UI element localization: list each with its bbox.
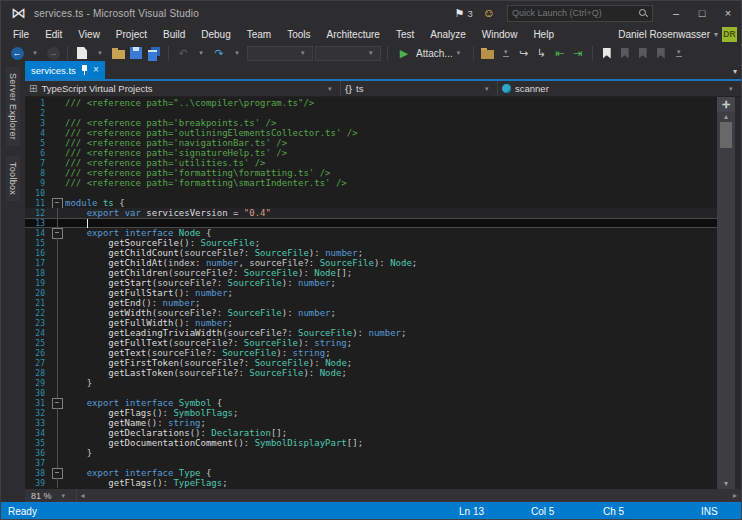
vertical-scrollbar-thumb[interactable]: [720, 122, 732, 148]
vertical-scrollbar[interactable]: ✛ ▴ ▾: [717, 97, 735, 489]
code-line[interactable]: 33 getName(): string;: [25, 418, 717, 428]
menu-item-team[interactable]: Team: [239, 29, 279, 40]
fold-collapse-icon[interactable]: [49, 398, 65, 408]
code-line[interactable]: 21 getEnd(): number;: [25, 298, 717, 308]
menu-item-architecture[interactable]: Architecture: [319, 29, 388, 40]
code-line[interactable]: 31 export interface Symbol {: [25, 398, 717, 408]
code-line[interactable]: 17 getChildAt(index: number, sourceFile?…: [25, 258, 717, 268]
sidebar-tab-server-explorer[interactable]: Server Explorer: [6, 67, 20, 146]
menu-item-build[interactable]: Build: [155, 29, 193, 40]
scroll-up-icon[interactable]: ▴: [724, 112, 728, 122]
code-line[interactable]: 37: [25, 458, 717, 468]
document-list-chevron[interactable]: ▾: [733, 67, 737, 76]
redo-chevron[interactable]: ▾: [229, 45, 245, 61]
new-file-button[interactable]: [74, 45, 90, 61]
avatar[interactable]: DR: [722, 27, 737, 42]
navigate-to-file-button[interactable]: ↪: [516, 45, 532, 61]
code-line[interactable]: 11module ts {: [25, 198, 717, 208]
code-line[interactable]: 5/// <reference path='navigationBar.ts' …: [25, 138, 717, 148]
quick-launch-input[interactable]: [512, 8, 638, 18]
code-line[interactable]: 29 }: [25, 378, 717, 388]
quick-launch-box[interactable]: [507, 5, 653, 22]
next-bookmark-button[interactable]: [635, 45, 651, 61]
code-line[interactable]: 27 getFirstToken(sourceFile?: SourceFile…: [25, 358, 717, 368]
code-line[interactable]: 24 getLeadingTriviaWidth(sourceFile?: So…: [25, 328, 717, 338]
scroll-down-icon[interactable]: ▾: [724, 479, 728, 489]
attach-button[interactable]: ▶ Attach... ▾: [394, 45, 467, 61]
code-line[interactable]: 6/// <reference path='signatureHelp.ts' …: [25, 148, 717, 158]
solution-platforms-dropdown[interactable]: ▾: [315, 46, 381, 61]
code-line[interactable]: 20 getFullStart(): number;: [25, 288, 717, 298]
toolbar-options-chevron[interactable]: ▾: [498, 45, 514, 61]
code-line[interactable]: 10: [25, 188, 717, 198]
project-dropdown[interactable]: ⊞ TypeScript Virtual Projects ▾: [25, 81, 341, 96]
code-area[interactable]: 1/// <reference path="..\compiler\progra…: [25, 97, 717, 489]
solution-configurations-dropdown[interactable]: ▾: [247, 46, 313, 61]
code-line[interactable]: 32 getFlags(): SymbolFlags;: [25, 408, 717, 418]
pin-icon[interactable]: [81, 65, 88, 75]
notification-count[interactable]: 3: [467, 8, 472, 19]
undo-button[interactable]: ↶: [175, 45, 191, 61]
code-line[interactable]: 38 export interface Type {: [25, 468, 717, 478]
code-line[interactable]: 36 }: [25, 448, 717, 458]
maximize-button[interactable]: □: [689, 3, 715, 23]
fold-collapse-icon[interactable]: [49, 228, 65, 238]
type-dropdown[interactable]: {} ts ▾: [341, 81, 498, 96]
code-line[interactable]: 12 export var servicesVersion = "0.4": [25, 208, 717, 218]
redo-button[interactable]: ↷: [211, 45, 227, 61]
menu-item-debug[interactable]: Debug: [193, 29, 238, 40]
code-line[interactable]: 14 export interface Node {: [25, 228, 717, 238]
tab-services-ts[interactable]: services.ts ×: [25, 61, 105, 79]
split-window-handle-icon[interactable]: ✛: [717, 97, 735, 112]
notifications-flag-icon[interactable]: ⚑: [455, 7, 465, 20]
undo-chevron[interactable]: ▾: [193, 45, 209, 61]
code-line[interactable]: 7/// <reference path='utilities.ts' />: [25, 158, 717, 168]
minimize-button[interactable]: –: [663, 3, 689, 23]
feedback-smiley-icon[interactable]: ☺: [483, 6, 495, 20]
code-line[interactable]: 3/// <reference path='breakpoints.ts' />: [25, 118, 717, 128]
code-line[interactable]: 34 getDeclarations(): Declaration[];: [25, 428, 717, 438]
code-line[interactable]: 15 getSourceFile(): SourceFile;: [25, 238, 717, 248]
code-line[interactable]: 16 getChildCount(sourceFile?: SourceFile…: [25, 248, 717, 258]
new-file-chevron[interactable]: ▾: [92, 45, 108, 61]
menu-item-window[interactable]: Window: [474, 29, 526, 40]
navigate-backward-button[interactable]: ←: [9, 45, 25, 61]
code-line[interactable]: 18 getChildren(sourceFile?: SourceFile):…: [25, 268, 717, 278]
menu-item-analyze[interactable]: Analyze: [422, 29, 474, 40]
menu-item-help[interactable]: Help: [525, 29, 562, 40]
code-line[interactable]: 8/// <reference path='formatting\formatt…: [25, 168, 717, 178]
zoom-dropdown[interactable]: 81 % ▾: [25, 489, 77, 502]
code-line[interactable]: 9/// <reference path='formatting\smartIn…: [25, 178, 717, 188]
toggle-bookmark-button[interactable]: [599, 45, 615, 61]
code-line[interactable]: 39 getFlags(): TypeFlags;: [25, 478, 717, 488]
toolbar-options-chevron[interactable]: ▾: [671, 45, 687, 61]
menu-item-edit[interactable]: Edit: [37, 29, 70, 40]
menu-item-project[interactable]: Project: [108, 29, 155, 40]
save-all-button[interactable]: [146, 45, 162, 61]
code-line[interactable]: 25 getFullText(sourceFile?: SourceFile):…: [25, 338, 717, 348]
code-line[interactable]: 1/// <reference path="..\compiler\progra…: [25, 98, 717, 108]
code-line[interactable]: 35 getDocumentationComment(): SymbolDisp…: [25, 438, 717, 448]
code-line[interactable]: 22 getWidth(sourceFile?: SourceFile): nu…: [25, 308, 717, 318]
code-line[interactable]: 26 getText(sourceFile?: SourceFile): str…: [25, 348, 717, 358]
account-chevron-down-icon[interactable]: ▾: [714, 30, 718, 39]
code-line[interactable]: 23 getFullWidth(): number;: [25, 318, 717, 328]
navigate-backward-chevron[interactable]: ▾: [27, 45, 43, 61]
menu-item-file[interactable]: File: [5, 29, 37, 40]
navigate-forward-button[interactable]: →: [45, 45, 61, 61]
member-dropdown[interactable]: scanner ▾: [498, 81, 741, 96]
sidebar-tab-toolbox[interactable]: Toolbox: [6, 156, 20, 201]
code-line[interactable]: 19 getStart(sourceFile?: SourceFile): nu…: [25, 278, 717, 288]
menu-item-test[interactable]: Test: [388, 29, 422, 40]
menu-item-tools[interactable]: Tools: [279, 29, 318, 40]
previous-bookmark-button[interactable]: [617, 45, 633, 61]
code-line[interactable]: 13: [25, 218, 717, 228]
indent-decrease-button[interactable]: ⇤: [552, 45, 568, 61]
code-line[interactable]: 30: [25, 388, 717, 398]
attach-chevron[interactable]: ▾: [457, 49, 465, 57]
save-button[interactable]: [128, 45, 144, 61]
scroll-right-icon[interactable]: ▸: [729, 491, 741, 500]
scroll-left-icon[interactable]: ◂: [77, 491, 89, 500]
tab-close-icon[interactable]: ×: [93, 65, 99, 75]
menu-item-view[interactable]: View: [70, 29, 108, 40]
